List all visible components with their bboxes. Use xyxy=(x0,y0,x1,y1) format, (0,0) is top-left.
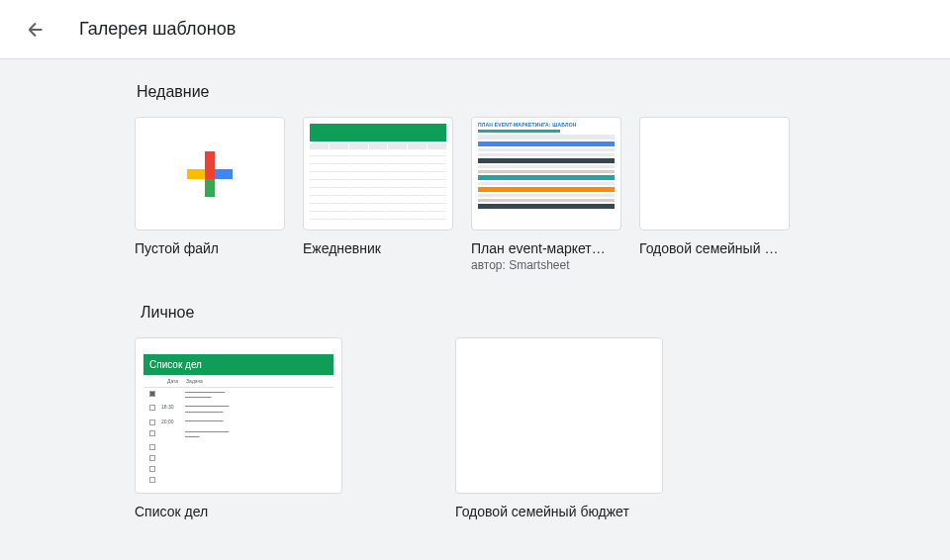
thumb-text: ПЛАН EVENT-МАРКЕТИНГА: ШАБЛОН xyxy=(478,122,615,128)
template-label: Пустой файл xyxy=(135,240,285,256)
template-card-annual-budget-2[interactable]: Годовой семейный бюджет xyxy=(455,337,663,519)
template-thumb xyxy=(303,117,453,231)
arrow-left-icon xyxy=(25,19,47,41)
template-thumb xyxy=(639,117,790,231)
section-title-personal: Личное xyxy=(141,304,815,322)
template-thumb xyxy=(455,337,663,494)
template-card-annual-budget[interactable]: Годовой семейный … xyxy=(639,117,790,272)
template-label: Ежедневник xyxy=(303,240,453,256)
template-label: Годовой семейный … xyxy=(639,240,790,256)
back-button[interactable] xyxy=(24,18,48,42)
template-card-event[interactable]: ПЛАН EVENT-МАРКЕТИНГА: ШАБЛОН xyxy=(471,117,621,272)
google-plus-icon xyxy=(187,151,233,197)
personal-row: Список дел Дата Задача ━━━━━━━━━━━━━━━━━… xyxy=(135,337,815,560)
template-label: Список дел xyxy=(135,504,342,519)
content-scroll[interactable]: Недавние Пустой файл xyxy=(0,59,950,560)
template-thumb: ПЛАН EVENT-МАРКЕТИНГА: ШАБЛОН xyxy=(471,117,621,231)
template-thumb: Список дел Дата Задача ━━━━━━━━━━━━━━━━━… xyxy=(135,337,342,494)
template-label: План event-маркет… xyxy=(471,240,621,256)
thumb-text: Список дел xyxy=(149,359,202,370)
template-label: Годовой семейный бюджет xyxy=(455,504,663,519)
content: Недавние Пустой файл xyxy=(0,59,950,560)
thumb-col: Задача xyxy=(186,378,203,384)
template-card-todo[interactable]: Список дел Дата Задача ━━━━━━━━━━━━━━━━━… xyxy=(135,337,342,519)
thumb-col: Дата xyxy=(167,378,178,384)
header: Галерея шаблонов xyxy=(0,0,950,59)
section-title-recent: Недавние xyxy=(137,83,815,101)
template-sublabel: автор: Smartsheet xyxy=(471,258,621,272)
template-thumb xyxy=(135,117,285,231)
page-title: Галерея шаблонов xyxy=(79,19,236,40)
recent-row: Пустой файл xyxy=(135,117,815,272)
template-card-blank[interactable]: Пустой файл xyxy=(135,117,285,272)
template-card-planner[interactable]: Ежедневник xyxy=(303,117,453,272)
